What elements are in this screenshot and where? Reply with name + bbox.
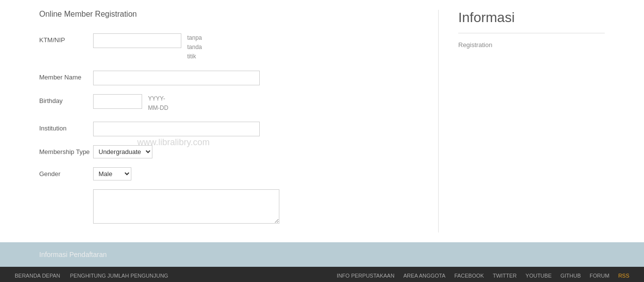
info-title: Informasi <box>458 10 605 26</box>
footer-left: BERANDA DEPAN PENGHITUNG JUMLAH PENGUNJU… <box>15 273 168 279</box>
gender-row: Gender Male Female <box>39 167 419 180</box>
institution-row: Institution <box>39 122 419 136</box>
ktm-label: KTM/NIP <box>39 33 93 44</box>
footer-link-rss[interactable]: RSS <box>618 273 629 279</box>
member-name-label: Member Name <box>39 71 93 81</box>
info-section: Informasi Registration <box>438 10 605 232</box>
birthday-hint: YYYY- MM-DD <box>148 94 168 113</box>
birthday-input[interactable] <box>93 94 142 109</box>
footer: BERANDA DEPAN PENGHITUNG JUMLAH PENGUNJU… <box>0 267 644 282</box>
member-name-row: Member Name <box>39 71 419 85</box>
institution-label: Institution <box>39 122 93 132</box>
footer-link-penghitung[interactable]: PENGHITUNG JUMLAH PENGUNJUNG <box>70 273 168 279</box>
membership-row: Membership Type Undergraduate Graduate S… <box>39 145 419 158</box>
bottom-bar-label: Informasi Pendaftaran <box>39 251 107 258</box>
birthday-row: Birthday YYYY- MM-DD <box>39 94 419 113</box>
page-title: Online Member Registration <box>39 10 419 19</box>
textarea-label <box>39 189 93 192</box>
footer-link-github[interactable]: GITHUB <box>560 273 581 279</box>
membership-label: Membership Type <box>39 145 93 155</box>
institution-input[interactable] <box>93 122 260 136</box>
gender-label: Gender <box>39 167 93 178</box>
membership-select[interactable]: Undergraduate Graduate Staff Faculty <box>93 145 152 158</box>
textarea-row <box>39 189 419 224</box>
footer-link-forum[interactable]: FORUM <box>590 273 609 279</box>
footer-link-youtube[interactable]: YOUTUBE <box>525 273 551 279</box>
birthday-label: Birthday <box>39 94 93 104</box>
ktm-input[interactable] <box>93 33 181 48</box>
bottom-bar: Informasi Pendaftaran <box>0 242 644 267</box>
footer-link-twitter[interactable]: TWITTER <box>493 273 517 279</box>
ktm-hint: tanpa tanda titik <box>187 33 202 62</box>
footer-link-facebook[interactable]: FACEBOOK <box>454 273 484 279</box>
footer-link-area[interactable]: AREA ANGGOTA <box>403 273 446 279</box>
footer-right: INFO PERPUSTAKAAN AREA ANGGOTA FACEBOOK … <box>337 273 629 279</box>
ktm-row: KTM/NIP tanpa tanda titik <box>39 33 419 62</box>
info-divider <box>458 33 605 33</box>
gender-select[interactable]: Male Female <box>93 167 131 180</box>
member-name-input[interactable] <box>93 71 260 85</box>
footer-link-beranda[interactable]: BERANDA DEPAN <box>15 273 60 279</box>
footer-link-info[interactable]: INFO PERPUSTAKAAN <box>337 273 395 279</box>
info-registration-link[interactable]: Registration <box>458 41 492 49</box>
extra-textarea[interactable] <box>93 189 279 224</box>
